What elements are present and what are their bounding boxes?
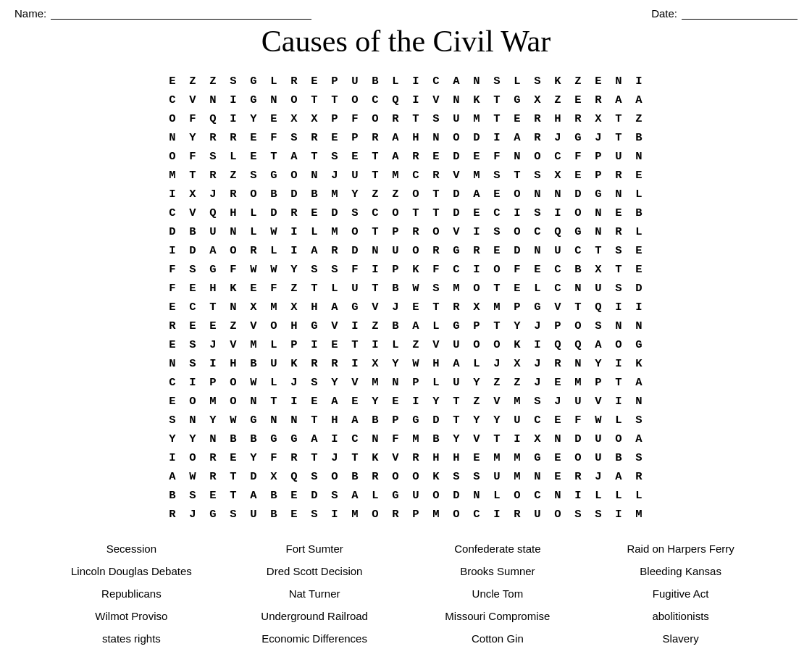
grid-cell: S: [346, 204, 366, 222]
grid-cell: M: [487, 298, 508, 317]
grid-cell: I: [609, 298, 629, 317]
grid-cell: C: [163, 204, 183, 222]
grid-cell: M: [325, 222, 346, 241]
grid-cell: N: [447, 91, 467, 109]
grid-cell: E: [285, 486, 305, 505]
grid-cell: F: [163, 279, 183, 298]
grid-cell: O: [224, 373, 244, 392]
grid-cell: Z: [285, 279, 305, 298]
grid-cell: R: [528, 128, 548, 147]
grid-cell: O: [467, 279, 487, 298]
grid-cell: Z: [386, 185, 406, 204]
grid-cell: Y: [386, 354, 406, 373]
grid-cell: S: [589, 317, 609, 335]
grid-cell: L: [264, 241, 285, 260]
date-input-line[interactable]: [682, 8, 798, 20]
grid-cell: N: [264, 411, 285, 430]
word-list-item: Nat Turner: [227, 586, 403, 601]
grid-cell: P: [285, 335, 305, 354]
grid-cell: E: [305, 72, 325, 91]
grid-cell: T: [609, 128, 629, 147]
word-list-item: Fort Sumter: [227, 541, 403, 556]
grid-cell: S: [204, 147, 224, 166]
grid-cell: N: [548, 185, 569, 204]
grid-cell: R: [204, 128, 224, 147]
grid-cell: L: [629, 486, 650, 505]
grid-cell: E: [427, 147, 447, 166]
grid-cell: B: [264, 486, 285, 505]
word-list-item: Dred Scott Decision: [227, 564, 403, 579]
word-list-item: Missouri Compromise: [410, 608, 586, 624]
grid-cell: M: [629, 505, 650, 524]
grid-cell: P: [386, 222, 406, 241]
grid-cell: W: [244, 373, 264, 392]
grid-cell: L: [508, 72, 528, 91]
grid-cell: B: [224, 430, 244, 448]
grid-cell: G: [386, 486, 406, 505]
grid-cell: T: [366, 222, 386, 241]
grid-cell: Y: [366, 392, 386, 411]
word-list-item: Wilmot Proviso: [43, 608, 219, 624]
grid-cell: D: [447, 204, 467, 222]
grid-cell: R: [325, 241, 346, 260]
grid-cell: M: [406, 430, 427, 448]
grid-cell: N: [528, 467, 548, 486]
grid-cell: V: [427, 335, 447, 354]
grid-cell: S: [528, 392, 548, 411]
grid-cell: V: [447, 166, 467, 185]
grid-cell: E: [244, 279, 264, 298]
grid-cell: S: [528, 72, 548, 91]
word-list-item: states rights: [43, 631, 219, 646]
grid-cell: V: [244, 317, 264, 335]
grid-cell: L: [427, 317, 447, 335]
grid-cell: Z: [467, 392, 487, 411]
grid-cell: S: [629, 411, 650, 430]
grid-cell: O: [569, 317, 589, 335]
grid-cell: E: [589, 72, 609, 91]
grid-cell: N: [163, 354, 183, 373]
grid-cell: F: [569, 411, 589, 430]
name-label: Name:: [14, 7, 46, 20]
grid-cell: S: [244, 166, 264, 185]
grid-cell: J: [204, 185, 224, 204]
grid-cell: T: [346, 448, 366, 467]
grid-cell: E: [487, 185, 508, 204]
word-list-item: Slavery: [593, 631, 769, 646]
grid-cell: F: [346, 109, 366, 128]
grid-cell: K: [406, 260, 427, 279]
grid-cell: S: [325, 486, 346, 505]
grid-cell: K: [629, 354, 650, 373]
grid-cell: E: [609, 204, 629, 222]
grid-cell: Y: [325, 373, 346, 392]
grid-cell: R: [366, 467, 386, 486]
name-input-line[interactable]: [51, 8, 311, 20]
grid-cell: N: [569, 279, 589, 298]
grid-cell: F: [264, 448, 285, 467]
grid-cell: E: [264, 109, 285, 128]
grid-cell: T: [609, 373, 629, 392]
grid-cell: Z: [183, 72, 204, 91]
grid-cell: E: [163, 298, 183, 317]
grid-cell: U: [569, 392, 589, 411]
grid-cell: R: [609, 222, 629, 241]
grid-cell: Q: [386, 91, 406, 109]
grid-cell: N: [264, 91, 285, 109]
grid-cell: W: [589, 411, 609, 430]
grid-cell: D: [569, 430, 589, 448]
grid-cell: Y: [285, 260, 305, 279]
grid-cell: Y: [183, 128, 204, 147]
grid-cell: B: [244, 430, 264, 448]
grid-cell: J: [386, 298, 406, 317]
grid-cell: B: [366, 411, 386, 430]
grid-cell: S: [325, 260, 346, 279]
grid-cell: P: [589, 373, 609, 392]
grid-cell: E: [629, 241, 650, 260]
word-list-grid: SecessionFort SumterConfederate stateRai…: [43, 541, 769, 646]
grid-cell: I: [508, 430, 528, 448]
grid-cell: G: [244, 72, 264, 91]
word-list-section: SecessionFort SumterConfederate stateRai…: [14, 541, 798, 646]
grid-cell: T: [487, 109, 508, 128]
grid-cell: T: [487, 279, 508, 298]
grid-cell: O: [285, 166, 305, 185]
grid-cell: F: [487, 147, 508, 166]
